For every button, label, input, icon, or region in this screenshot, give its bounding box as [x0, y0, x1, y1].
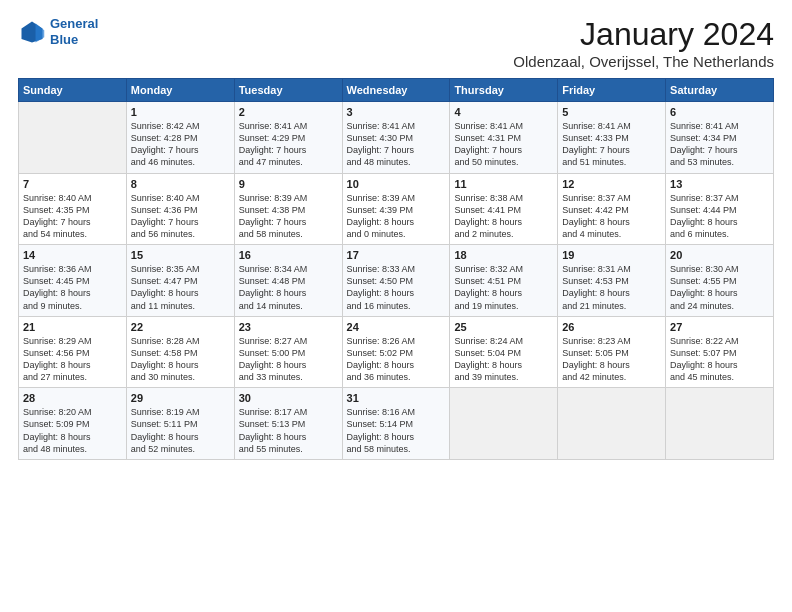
cell-info: Sunrise: 8:37 AMSunset: 4:44 PMDaylight:… — [670, 192, 769, 241]
cell-info: Sunrise: 8:41 AMSunset: 4:31 PMDaylight:… — [454, 120, 553, 169]
cell-info: Sunrise: 8:23 AMSunset: 5:05 PMDaylight:… — [562, 335, 661, 384]
calendar-cell — [666, 388, 774, 460]
cell-info: Sunrise: 8:30 AMSunset: 4:55 PMDaylight:… — [670, 263, 769, 312]
day-number: 7 — [23, 178, 122, 190]
day-number: 18 — [454, 249, 553, 261]
calendar-cell — [558, 388, 666, 460]
day-number: 23 — [239, 321, 338, 333]
calendar-cell: 15Sunrise: 8:35 AMSunset: 4:47 PMDayligh… — [126, 245, 234, 317]
cell-info: Sunrise: 8:16 AMSunset: 5:14 PMDaylight:… — [347, 406, 446, 455]
calendar-cell: 31Sunrise: 8:16 AMSunset: 5:14 PMDayligh… — [342, 388, 450, 460]
col-thursday: Thursday — [450, 79, 558, 102]
cell-info: Sunrise: 8:41 AMSunset: 4:29 PMDaylight:… — [239, 120, 338, 169]
main-title: January 2024 — [513, 16, 774, 53]
calendar-cell: 7Sunrise: 8:40 AMSunset: 4:35 PMDaylight… — [19, 173, 127, 245]
calendar-cell: 25Sunrise: 8:24 AMSunset: 5:04 PMDayligh… — [450, 316, 558, 388]
calendar-cell: 14Sunrise: 8:36 AMSunset: 4:45 PMDayligh… — [19, 245, 127, 317]
day-number: 6 — [670, 106, 769, 118]
col-wednesday: Wednesday — [342, 79, 450, 102]
calendar-cell: 4Sunrise: 8:41 AMSunset: 4:31 PMDaylight… — [450, 102, 558, 174]
logo-line2: Blue — [50, 32, 78, 47]
cell-info: Sunrise: 8:28 AMSunset: 4:58 PMDaylight:… — [131, 335, 230, 384]
day-number: 29 — [131, 392, 230, 404]
calendar-cell: 3Sunrise: 8:41 AMSunset: 4:30 PMDaylight… — [342, 102, 450, 174]
day-number: 26 — [562, 321, 661, 333]
cell-info: Sunrise: 8:41 AMSunset: 4:33 PMDaylight:… — [562, 120, 661, 169]
col-sunday: Sunday — [19, 79, 127, 102]
cell-info: Sunrise: 8:41 AMSunset: 4:34 PMDaylight:… — [670, 120, 769, 169]
calendar-cell: 28Sunrise: 8:20 AMSunset: 5:09 PMDayligh… — [19, 388, 127, 460]
day-number: 9 — [239, 178, 338, 190]
calendar-cell: 30Sunrise: 8:17 AMSunset: 5:13 PMDayligh… — [234, 388, 342, 460]
calendar-table: Sunday Monday Tuesday Wednesday Thursday… — [18, 78, 774, 460]
week-row-1: 1Sunrise: 8:42 AMSunset: 4:28 PMDaylight… — [19, 102, 774, 174]
day-number: 22 — [131, 321, 230, 333]
logo-line1: General — [50, 16, 98, 31]
day-number: 14 — [23, 249, 122, 261]
day-number: 21 — [23, 321, 122, 333]
page: General Blue January 2024 Oldenzaal, Ove… — [0, 0, 792, 612]
day-number: 24 — [347, 321, 446, 333]
cell-info: Sunrise: 8:39 AMSunset: 4:38 PMDaylight:… — [239, 192, 338, 241]
calendar-cell: 11Sunrise: 8:38 AMSunset: 4:41 PMDayligh… — [450, 173, 558, 245]
title-block: January 2024 Oldenzaal, Overijssel, The … — [513, 16, 774, 70]
subtitle: Oldenzaal, Overijssel, The Netherlands — [513, 53, 774, 70]
calendar-cell: 23Sunrise: 8:27 AMSunset: 5:00 PMDayligh… — [234, 316, 342, 388]
day-number: 16 — [239, 249, 338, 261]
day-number: 11 — [454, 178, 553, 190]
day-number: 19 — [562, 249, 661, 261]
day-number: 4 — [454, 106, 553, 118]
calendar-cell: 5Sunrise: 8:41 AMSunset: 4:33 PMDaylight… — [558, 102, 666, 174]
day-number: 25 — [454, 321, 553, 333]
day-number: 1 — [131, 106, 230, 118]
day-number: 12 — [562, 178, 661, 190]
cell-info: Sunrise: 8:22 AMSunset: 5:07 PMDaylight:… — [670, 335, 769, 384]
cell-info: Sunrise: 8:40 AMSunset: 4:36 PMDaylight:… — [131, 192, 230, 241]
cell-info: Sunrise: 8:40 AMSunset: 4:35 PMDaylight:… — [23, 192, 122, 241]
day-number: 30 — [239, 392, 338, 404]
col-saturday: Saturday — [666, 79, 774, 102]
cell-info: Sunrise: 8:37 AMSunset: 4:42 PMDaylight:… — [562, 192, 661, 241]
calendar-cell: 17Sunrise: 8:33 AMSunset: 4:50 PMDayligh… — [342, 245, 450, 317]
week-row-2: 7Sunrise: 8:40 AMSunset: 4:35 PMDaylight… — [19, 173, 774, 245]
cell-info: Sunrise: 8:29 AMSunset: 4:56 PMDaylight:… — [23, 335, 122, 384]
day-number: 27 — [670, 321, 769, 333]
calendar-cell: 24Sunrise: 8:26 AMSunset: 5:02 PMDayligh… — [342, 316, 450, 388]
calendar-cell: 12Sunrise: 8:37 AMSunset: 4:42 PMDayligh… — [558, 173, 666, 245]
day-number: 13 — [670, 178, 769, 190]
calendar-cell: 20Sunrise: 8:30 AMSunset: 4:55 PMDayligh… — [666, 245, 774, 317]
col-tuesday: Tuesday — [234, 79, 342, 102]
day-number: 2 — [239, 106, 338, 118]
calendar-header: Sunday Monday Tuesday Wednesday Thursday… — [19, 79, 774, 102]
week-row-4: 21Sunrise: 8:29 AMSunset: 4:56 PMDayligh… — [19, 316, 774, 388]
cell-info: Sunrise: 8:24 AMSunset: 5:04 PMDaylight:… — [454, 335, 553, 384]
day-number: 31 — [347, 392, 446, 404]
calendar-cell: 27Sunrise: 8:22 AMSunset: 5:07 PMDayligh… — [666, 316, 774, 388]
calendar-body: 1Sunrise: 8:42 AMSunset: 4:28 PMDaylight… — [19, 102, 774, 460]
calendar-cell — [450, 388, 558, 460]
cell-info: Sunrise: 8:20 AMSunset: 5:09 PMDaylight:… — [23, 406, 122, 455]
calendar-cell: 8Sunrise: 8:40 AMSunset: 4:36 PMDaylight… — [126, 173, 234, 245]
header-row: Sunday Monday Tuesday Wednesday Thursday… — [19, 79, 774, 102]
cell-info: Sunrise: 8:42 AMSunset: 4:28 PMDaylight:… — [131, 120, 230, 169]
calendar-cell: 29Sunrise: 8:19 AMSunset: 5:11 PMDayligh… — [126, 388, 234, 460]
cell-info: Sunrise: 8:26 AMSunset: 5:02 PMDaylight:… — [347, 335, 446, 384]
logo-icon — [18, 18, 46, 46]
day-number: 10 — [347, 178, 446, 190]
cell-info: Sunrise: 8:39 AMSunset: 4:39 PMDaylight:… — [347, 192, 446, 241]
cell-info: Sunrise: 8:38 AMSunset: 4:41 PMDaylight:… — [454, 192, 553, 241]
day-number: 15 — [131, 249, 230, 261]
cell-info: Sunrise: 8:19 AMSunset: 5:11 PMDaylight:… — [131, 406, 230, 455]
cell-info: Sunrise: 8:17 AMSunset: 5:13 PMDaylight:… — [239, 406, 338, 455]
day-number: 8 — [131, 178, 230, 190]
logo: General Blue — [18, 16, 98, 47]
cell-info: Sunrise: 8:33 AMSunset: 4:50 PMDaylight:… — [347, 263, 446, 312]
calendar-cell — [19, 102, 127, 174]
week-row-5: 28Sunrise: 8:20 AMSunset: 5:09 PMDayligh… — [19, 388, 774, 460]
logo-text: General Blue — [50, 16, 98, 47]
calendar-cell: 13Sunrise: 8:37 AMSunset: 4:44 PMDayligh… — [666, 173, 774, 245]
cell-info: Sunrise: 8:27 AMSunset: 5:00 PMDaylight:… — [239, 335, 338, 384]
calendar-cell: 10Sunrise: 8:39 AMSunset: 4:39 PMDayligh… — [342, 173, 450, 245]
calendar-cell: 16Sunrise: 8:34 AMSunset: 4:48 PMDayligh… — [234, 245, 342, 317]
calendar-cell: 6Sunrise: 8:41 AMSunset: 4:34 PMDaylight… — [666, 102, 774, 174]
